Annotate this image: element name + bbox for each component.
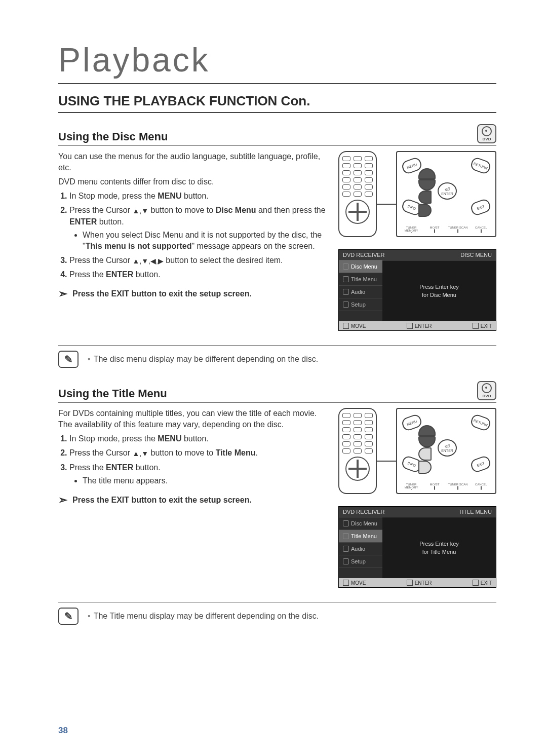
up-down-icon: ▲,▼ [132, 449, 148, 458]
osd-disc-menu: DVD RECEIVER DISC MENU Disc Menu Title M… [338, 249, 496, 331]
title-step-3: Press the ENTER button. The title menu a… [69, 462, 326, 486]
all-arrows-icon: ▲,▼,◀,▶ [132, 257, 163, 265]
enter-button-icon: ⏎ENTER [438, 439, 457, 457]
divider [58, 602, 496, 602]
osd-side-item: Disc Menu [339, 517, 382, 530]
title-tip: ➣ Press the EXIT button to exit the setu… [58, 493, 326, 508]
remote-icon [338, 151, 377, 237]
osd-side-item: Audio [339, 286, 382, 298]
dpad-icon: ⏎ENTER [418, 168, 474, 212]
disc-step-3: Press the Cursor ▲,▼,◀,▶ button to selec… [69, 255, 326, 266]
osd-main-line: Press Enter key [419, 284, 459, 290]
osd-side-item: Setup [339, 298, 382, 311]
osd-hdr-left: DVD RECEIVER [343, 509, 385, 515]
section-heading: USING THE PLAYBACK FUNCTION Con. [58, 93, 496, 113]
title-menu-text: For DVDs containing multiple titles, you… [58, 408, 326, 588]
enter-button-icon: ⏎ENTER [438, 182, 457, 200]
title-note: ✎ ▪The Title menu display may be differe… [58, 608, 496, 625]
disc-note: ✎ ▪The disc menu display may be differen… [58, 351, 496, 368]
osd-title-menu: DVD RECEIVER TITLE MENU Disc Menu Title … [338, 506, 496, 588]
lead-line [377, 204, 396, 205]
subtitle-row-title: Using the Title Menu DVD [58, 381, 496, 403]
title-menu-title: Using the Title Menu [58, 387, 167, 400]
divider [58, 345, 496, 346]
osd-main-line: Press Enter key [419, 541, 459, 547]
disc-right-col: MENU RETURN INFO EXIT ⏎ENTER TUNER MEMOR… [338, 151, 496, 331]
disc-step-1: In Stop mode, press the MENU button. [69, 191, 326, 202]
disc-step-2-bullet: When you select Disc Menu and it is not … [83, 230, 326, 252]
osd-hdr-left: DVD RECEIVER [343, 252, 385, 258]
osd-hdr-right: DISC MENU [460, 252, 492, 258]
remote-figure-disc: MENU RETURN INFO EXIT ⏎ENTER TUNER MEMOR… [338, 151, 496, 237]
title-right-col: MENU RETURN INFO EXIT ⏎ENTER TUNER MEMOR… [338, 408, 496, 588]
page-number: 38 [58, 726, 68, 736]
title-menu-content: For DVDs containing multiple titles, you… [58, 408, 496, 588]
disc-tip: ➣ Press the EXIT button to exit the setu… [58, 286, 326, 301]
controller-diagram-disc: MENU RETURN INFO EXIT ⏎ENTER TUNER MEMOR… [396, 151, 496, 237]
tip-arrow-icon: ➣ [58, 493, 67, 508]
remote-icon [338, 408, 377, 494]
disc-step-4: Press the ENTER button. [69, 269, 326, 280]
disc-menu-content: You can use the menus for the audio lang… [58, 151, 496, 331]
tip-arrow-icon: ➣ [58, 286, 67, 301]
osd-hdr-right: TITLE MENU [459, 509, 492, 515]
disc-menu-text: You can use the menus for the audio lang… [58, 151, 326, 331]
note-icon: ✎ [58, 351, 79, 368]
title-step-1: In Stop mode, press the MENU button. [69, 433, 326, 444]
page-title: Playback [58, 41, 496, 84]
osd-side-item: Title Menu [339, 273, 382, 286]
disc-intro-1: You can use the menus for the audio lang… [58, 151, 326, 173]
dvd-badge-icon: DVD [477, 124, 496, 143]
subtitle-row-disc: Using the Disc Menu DVD [58, 124, 496, 146]
title-step-3-bullet: The title menu appears. [83, 475, 326, 486]
up-down-icon: ▲,▼ [132, 207, 148, 215]
osd-side-item: Setup [339, 555, 382, 568]
osd-main-line: for Title Menu [422, 549, 456, 555]
osd-side-item: Audio [339, 543, 382, 555]
dvd-badge-icon: DVD [477, 381, 496, 400]
osd-side-item: Disc Menu [339, 260, 382, 273]
manual-page: Playback USING THE PLAYBACK FUNCTION Con… [0, 0, 547, 756]
note-icon: ✎ [58, 608, 79, 625]
lead-line [377, 461, 396, 462]
disc-step-2: Press the Cursor ▲,▼ button to move to D… [69, 205, 326, 252]
title-step-2: Press the Cursor ▲,▼ button to move to T… [69, 447, 326, 459]
remote-figure-title: MENU RETURN INFO EXIT ⏎ENTER TUNER MEMOR… [338, 408, 496, 494]
disc-intro-2: DVD menu contents differ from disc to di… [58, 176, 326, 187]
disc-menu-title: Using the Disc Menu [58, 130, 168, 143]
dpad-icon: ⏎ENTER [418, 425, 474, 469]
controller-diagram-title: MENU RETURN INFO EXIT ⏎ENTER TUNER MEMOR… [396, 408, 496, 494]
title-intro: For DVDs containing multiple titles, you… [58, 408, 326, 430]
osd-main-line: for Disc Menu [422, 292, 456, 298]
osd-side-item: Title Menu [339, 530, 382, 543]
